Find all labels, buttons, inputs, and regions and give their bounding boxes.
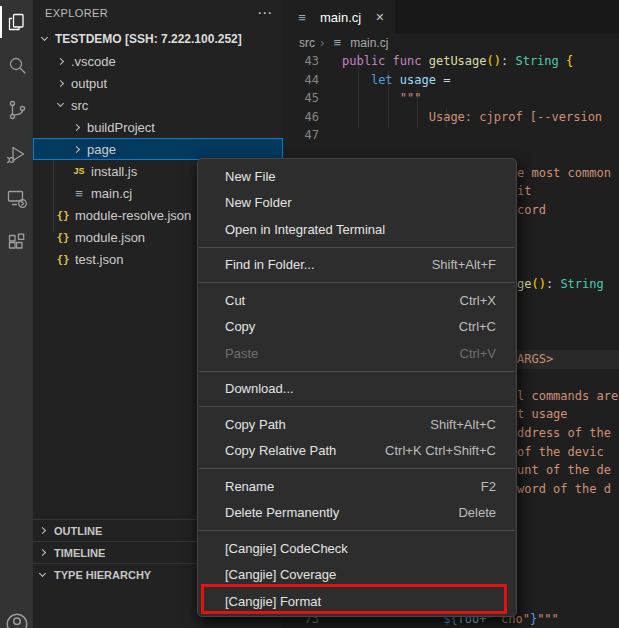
chevron-down-icon <box>41 34 48 41</box>
tree-item-label: output <box>71 76 107 91</box>
cj-file-icon: ≡ <box>71 186 87 201</box>
code-line-46: 46 Usage: cjprof [--version <box>283 108 619 127</box>
menu-item-shortcut: F2 <box>481 479 496 494</box>
code-fragment-line-59: ARGS> <box>517 350 553 369</box>
breadcrumb-item[interactable]: src <box>299 36 315 50</box>
tree-item-testdemo-ssh-7.222.100.252-[interactable]: TESTDEMO [SSH: 7.222.100.252] <box>33 28 283 50</box>
tree-item-label: TESTDEMO [SSH: 7.222.100.252] <box>55 32 242 46</box>
tab-main-cj[interactable]: ≡ main.cj ✕ <box>283 0 395 34</box>
json-file-icon: {} <box>55 231 71 244</box>
chevron-right-icon <box>39 527 46 534</box>
tree-item-src[interactable]: src <box>33 94 283 116</box>
json-file-icon: {} <box>55 253 71 266</box>
menu-separator <box>199 530 515 531</box>
line-number: 45 <box>283 89 319 108</box>
menu-item-new-folder[interactable]: New Folder <box>198 190 516 217</box>
chevron-down-icon <box>39 569 46 576</box>
code-fragment-line-49: e most common <box>517 164 611 183</box>
menu-item-copy[interactable]: CopyCtrl+C <box>198 314 516 341</box>
code-fragment-line-63: ddress of the <box>517 424 611 443</box>
tree-item-page[interactable]: page <box>33 138 283 160</box>
tree-item-label: module.json <box>75 230 145 245</box>
activity-search-icon[interactable] <box>0 44 33 88</box>
line-number: 44 <box>283 71 319 90</box>
json-file-icon: {} <box>55 209 71 222</box>
menu-item-download[interactable]: Download... <box>198 376 516 403</box>
tree-item-label: page <box>87 142 116 157</box>
tree-item-output[interactable]: output <box>33 72 283 94</box>
menu-item-label: Delete Permanently <box>225 505 339 520</box>
tree-item-.vscode[interactable]: .vscode <box>33 50 283 72</box>
chevron-right-icon <box>57 79 64 86</box>
menu-item-label: Download... <box>225 381 294 396</box>
menu-item-shortcut: Ctrl+K Ctrl+Shift+C <box>385 443 496 458</box>
line-number: 47 <box>283 126 319 145</box>
menu-item-label: Copy Relative Path <box>225 443 336 458</box>
menu-item-label: Find in Folder... <box>225 257 315 272</box>
menu-item-label: [Cangjie] Coverage <box>225 567 336 582</box>
sidebar-header: EXPLORER ⋯ <box>33 0 283 26</box>
chevron-right-icon <box>73 123 80 130</box>
code-line-47: 47 <box>283 126 619 145</box>
context-menu: New FileNew FolderOpen in Integrated Ter… <box>197 158 517 617</box>
activity-files-icon[interactable] <box>0 0 33 44</box>
menu-item-rename[interactable]: RenameF2 <box>198 473 516 500</box>
menu-item-label: Rename <box>225 479 274 494</box>
code-fragment-line-65: unt of the de <box>517 461 611 480</box>
section-label: TYPE HIERARCHY <box>54 569 151 581</box>
menu-item-label: Cut <box>225 293 245 308</box>
chevron-right-icon <box>57 57 64 64</box>
menu-item-paste: PasteCtrl+V <box>198 340 516 367</box>
close-icon[interactable]: ✕ <box>375 11 384 24</box>
menu-item-shortcut: Ctrl+X <box>460 293 496 308</box>
menu-item-label: Open in Integrated Terminal <box>225 222 385 237</box>
code-fragment-line-62: t usage <box>517 405 568 424</box>
tab-bar: ≡ main.cj ✕ <box>283 0 619 34</box>
tree-item-label: src <box>71 98 88 113</box>
more-actions-icon[interactable]: ⋯ <box>257 8 273 18</box>
code-fragment-line-64: of the devic <box>517 443 604 462</box>
line-number: 43 <box>283 52 319 71</box>
breadcrumb-item[interactable]: main.cj <box>350 36 388 50</box>
activity-source-control-icon[interactable] <box>0 88 33 132</box>
activity-run-debug-icon[interactable] <box>0 132 33 176</box>
tree-item-label: install.js <box>91 164 137 179</box>
js-file-icon: JS <box>71 166 87 176</box>
menu-separator <box>199 406 515 407</box>
menu-item-label: New File <box>225 169 276 184</box>
menu-separator <box>199 247 515 248</box>
menu-item-copy-path[interactable]: Copy PathShift+Alt+C <box>198 411 516 438</box>
activity-extensions-icon[interactable] <box>0 220 33 264</box>
section-label: TIMELINE <box>54 547 105 559</box>
menu-item-find-in-folder[interactable]: Find in Folder...Shift+Alt+F <box>198 252 516 279</box>
tree-item-label: module-resolve.json <box>75 208 191 223</box>
code-fragment-line-50: it <box>517 182 531 201</box>
menu-item-label: [Cangjie] CodeCheck <box>225 541 348 556</box>
menu-item-copy-relative-path[interactable]: Copy Relative PathCtrl+K Ctrl+Shift+C <box>198 438 516 465</box>
code-line-44: 44 let usage = <box>283 71 619 90</box>
menu-item-label: Copy Path <box>225 417 286 432</box>
menu-item-open-in-integrated-terminal[interactable]: Open in Integrated Terminal <box>198 216 516 243</box>
tree-item-label: test.json <box>75 252 123 267</box>
code-fragment-line-61: l commands are <box>517 387 618 406</box>
menu-item-label: Copy <box>225 319 255 334</box>
vscode-window: EXPLORER ⋯ TESTDEMO [SSH: 7.222.100.252]… <box>0 0 619 628</box>
menu-separator <box>199 371 515 372</box>
menu-item-new-file[interactable]: New File <box>198 163 516 190</box>
menu-item-cut[interactable]: CutCtrl+X <box>198 287 516 314</box>
menu-item-shortcut: Ctrl+C <box>459 319 496 334</box>
code-line-43: 43public func getUsage(): String { <box>283 52 619 71</box>
menu-separator <box>199 468 515 469</box>
code-fragment-line-55: ge(): String <box>517 275 604 294</box>
account-icon[interactable] <box>0 607 33 628</box>
tree-item-buildproject[interactable]: buildProject <box>33 116 283 138</box>
menu-item-shortcut: Ctrl+V <box>460 346 496 361</box>
menu-item-shortcut: Shift+Alt+C <box>430 417 496 432</box>
sidebar-title: EXPLORER <box>45 7 108 19</box>
menu-item-delete-permanently[interactable]: Delete PermanentlyDelete <box>198 500 516 527</box>
cj-file-icon: ≡ <box>329 35 345 50</box>
menu-item-cangjie-codecheck[interactable]: [Cangjie] CodeCheck <box>198 535 516 562</box>
menu-item-shortcut: Delete <box>458 505 496 520</box>
line-number: 46 <box>283 108 319 127</box>
activity-remote-explorer-icon[interactable] <box>0 176 33 220</box>
